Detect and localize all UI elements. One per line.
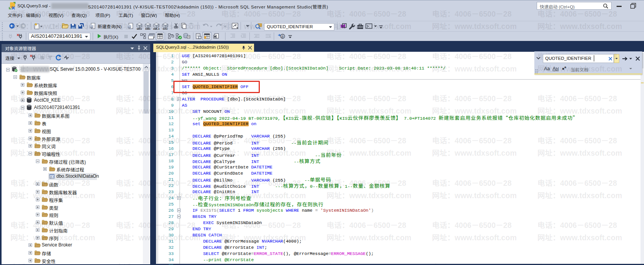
svg-text:@: @ [281, 35, 284, 39]
